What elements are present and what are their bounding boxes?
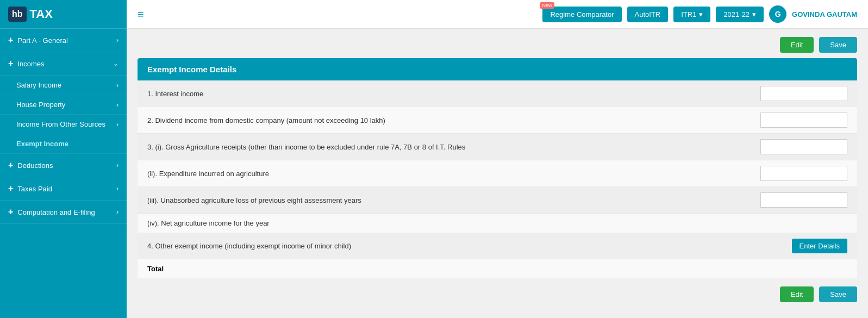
- sidebar-sub-label-other: Income From Other Sources: [16, 120, 105, 128]
- edit-button-top[interactable]: Edit: [780, 37, 814, 53]
- save-button-top[interactable]: Save: [819, 37, 857, 53]
- row-label-net-agri: (iv). Net agriculture income for the yea…: [147, 219, 847, 227]
- sidebar-sub-label-exempt: Exempt Income: [16, 140, 68, 148]
- sidebar-sub-label-salary: Salary Income: [16, 81, 61, 89]
- regime-comparator-button[interactable]: New Regime Comparator: [542, 7, 621, 22]
- itr-dropdown[interactable]: ITR1 ▾: [673, 7, 710, 22]
- sidebar-item-salary-income[interactable]: Salary Income ›: [0, 76, 127, 95]
- plus-icon-incomes: +: [8, 59, 13, 68]
- form-row-net-agri: (iv). Net agriculture income for the yea…: [138, 214, 857, 233]
- row-label-other-exempt: 4. Other exempt income (including exempt…: [147, 242, 792, 250]
- enter-details-button[interactable]: Enter Details: [792, 239, 847, 253]
- logo-hb: hb: [8, 7, 27, 22]
- total-label: Total: [147, 265, 164, 273]
- input-gross-agriculture[interactable]: [760, 139, 847, 154]
- sidebar-sub-label-house: House Property: [16, 101, 65, 109]
- input-expenditure-agri[interactable]: [760, 166, 847, 181]
- save-button-bottom[interactable]: Save: [819, 286, 857, 302]
- form-row-interest-income: 1. Interest income: [138, 80, 857, 107]
- chevron-right-icon: ›: [116, 36, 118, 44]
- top-action-row: Edit Save: [138, 37, 857, 53]
- sidebar-item-house-property[interactable]: House Property ›: [0, 95, 127, 115]
- chevron-right-deductions: ›: [116, 161, 118, 169]
- logo-tax: TAX: [30, 7, 53, 21]
- exempt-income-card: Exempt Income Details 1. Interest income…: [138, 58, 857, 278]
- form-row-other-exempt: 4. Other exempt income (including exempt…: [138, 233, 857, 259]
- row-label-expenditure-agri: (ii). Expenditure incurred on agricultur…: [147, 170, 760, 178]
- sidebar-item-part-a-general[interactable]: + Part A - General ›: [0, 29, 127, 52]
- header: ≡ New Regime Comparator AutoITR ITR1 ▾ 2…: [127, 0, 868, 29]
- sidebar-label-part-a: Part A - General: [17, 36, 68, 45]
- user-avatar: G: [769, 5, 786, 23]
- logo-area: hb TAX: [0, 0, 127, 29]
- chevron-right-house: ›: [116, 101, 118, 109]
- chevron-down-icon-incomes: ⌄: [113, 60, 118, 67]
- total-row: Total: [138, 259, 857, 278]
- sidebar-item-income-other-sources[interactable]: Income From Other Sources ›: [0, 115, 127, 134]
- sidebar-label-taxes: Taxes Paid: [17, 185, 52, 193]
- plus-icon: +: [8, 35, 13, 45]
- sidebar-label-deductions: Deductions: [17, 161, 53, 170]
- chevron-down-itr: ▾: [699, 10, 703, 18]
- form-row-gross-agriculture: 3. (i). Gross Agriculture receipts (othe…: [138, 134, 857, 160]
- plus-icon-deductions: +: [8, 160, 13, 170]
- row-label-gross-agri: 3. (i). Gross Agriculture receipts (othe…: [147, 143, 760, 151]
- row-label-dividend: 2. Dividend income from domestic company…: [147, 116, 760, 124]
- year-dropdown[interactable]: 2021-22 ▾: [716, 7, 764, 22]
- content-area: Edit Save Exempt Income Details 1. Inter…: [127, 29, 868, 318]
- row-label-interest: 1. Interest income: [147, 90, 760, 98]
- plus-icon-computation: +: [8, 207, 13, 217]
- chevron-right-taxes: ›: [116, 185, 118, 192]
- new-badge: New: [540, 2, 554, 9]
- form-row-unabsorbed-agri: (iii). Unabsorbed agriculture loss of pr…: [138, 187, 857, 214]
- sidebar-item-exempt-income[interactable]: Exempt Income: [0, 134, 127, 154]
- chevron-right-computation: ›: [116, 208, 118, 216]
- main-area: ≡ New Regime Comparator AutoITR ITR1 ▾ 2…: [127, 0, 868, 318]
- input-interest-income[interactable]: [760, 86, 847, 101]
- card-header: Exempt Income Details: [138, 58, 857, 80]
- input-unabsorbed-agri[interactable]: [760, 192, 847, 208]
- chevron-right-other: ›: [116, 121, 118, 128]
- input-dividend[interactable]: [760, 113, 847, 128]
- sidebar-menu: + Part A - General › + Incomes ⌄ Salary …: [0, 29, 127, 318]
- row-label-unabsorbed-agri: (iii). Unabsorbed agriculture loss of pr…: [147, 196, 760, 204]
- sidebar-label-incomes: Incomes: [17, 60, 44, 68]
- chevron-down-year: ▾: [752, 10, 756, 18]
- bottom-action-row: Edit Save: [138, 286, 857, 302]
- form-row-expenditure-agri: (ii). Expenditure incurred on agricultur…: [138, 160, 857, 187]
- sidebar-item-computation-efiling[interactable]: + Computation and E-filing ›: [0, 201, 127, 224]
- sidebar-item-deductions[interactable]: + Deductions ›: [0, 154, 127, 177]
- chevron-right-salary: ›: [116, 82, 118, 89]
- user-name: GOVINDA GAUTAM: [792, 10, 857, 18]
- plus-icon-taxes: +: [8, 184, 13, 194]
- hamburger-menu[interactable]: ≡: [138, 8, 144, 21]
- sidebar: hb TAX + Part A - General › + Incomes ⌄ …: [0, 0, 127, 318]
- auto-itr-button[interactable]: AutoITR: [627, 7, 669, 22]
- form-row-dividend: 2. Dividend income from domestic company…: [138, 107, 857, 134]
- sidebar-item-taxes-paid[interactable]: + Taxes Paid ›: [0, 177, 127, 201]
- sidebar-item-incomes[interactable]: + Incomes ⌄: [0, 52, 127, 76]
- sidebar-label-computation: Computation and E-filing: [17, 208, 95, 216]
- edit-button-bottom[interactable]: Edit: [780, 286, 814, 302]
